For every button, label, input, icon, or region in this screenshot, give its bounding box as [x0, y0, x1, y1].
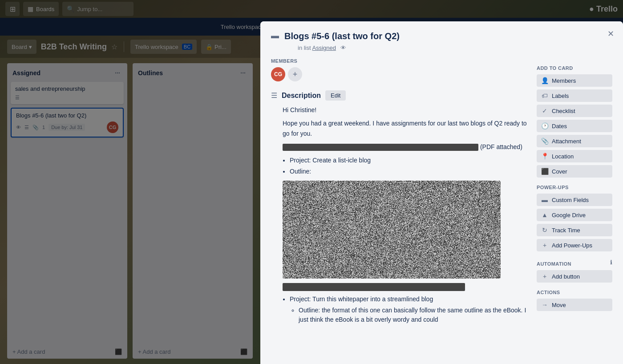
- bullet-text-1: Project: Create a list-icle blog: [290, 157, 371, 164]
- redacted-link: [283, 144, 478, 151]
- cover-sidebar-label: Cover: [552, 168, 567, 175]
- close-icon: ✕: [607, 29, 614, 39]
- add-member-button[interactable]: +: [288, 67, 302, 81]
- location-sidebar-button[interactable]: 📍 Location: [537, 150, 612, 162]
- attachment-sidebar-label: Attachment: [552, 138, 581, 145]
- description-bullets: Project: Create a list-icle blog Outline…: [283, 156, 530, 176]
- track-time-icon: ↻: [541, 226, 548, 234]
- members-sidebar-label: Members: [552, 77, 576, 84]
- modal-card-title: Blogs #5-6 (last two for Q2): [284, 30, 612, 42]
- bullet-text-3: Project: Turn this whitepaper into a str…: [290, 295, 433, 303]
- sub-bullet-list: Outline: the format of this one can basi…: [290, 306, 530, 324]
- bullet-item-1: Project: Create a list-icle blog: [290, 156, 530, 165]
- labels-sidebar-label: Labels: [552, 93, 569, 99]
- modal-header: ▬ Blogs #5-6 (last two for Q2) in list A…: [260, 21, 623, 51]
- automation-label: AUTOMATION: [537, 261, 571, 267]
- bullet-text-2: Outline:: [290, 168, 311, 175]
- checklist-sidebar-icon: ✓: [541, 107, 548, 114]
- pdf-note: (PDF attached): [480, 143, 522, 150]
- sub-bullet-1: Outline: the format of this one can basi…: [299, 306, 530, 324]
- add-power-ups-icon: +: [541, 242, 548, 249]
- google-drive-icon: ▲: [541, 211, 548, 218]
- cover-sidebar-icon: ⬛: [541, 168, 548, 175]
- attachment-sidebar-button[interactable]: 📎 Attachment: [537, 135, 612, 147]
- attachment-sidebar-icon: 📎: [541, 138, 548, 145]
- add-member-icon: +: [293, 70, 298, 79]
- google-drive-button[interactable]: ▲ Google Drive: [537, 209, 612, 221]
- add-to-card-label: ADD TO CARD: [537, 65, 612, 71]
- track-time-button[interactable]: ↻ Track Time: [537, 224, 612, 236]
- desc-greeting: Hi Christine!: [283, 105, 530, 115]
- google-drive-label: Google Drive: [552, 212, 586, 218]
- location-sidebar-icon: 📍: [541, 153, 548, 160]
- dates-sidebar-button[interactable]: 🕐 Dates: [537, 120, 612, 132]
- dates-sidebar-label: Dates: [552, 123, 567, 129]
- move-icon: →: [541, 301, 548, 308]
- cover-sidebar-button[interactable]: ⬛ Cover: [537, 165, 612, 178]
- in-list-label: in list: [298, 44, 311, 51]
- add-power-ups-button[interactable]: + Add Power-Ups: [537, 239, 612, 251]
- custom-fields-label: Custom Fields: [552, 197, 589, 203]
- checklist-sidebar-label: Checklist: [552, 108, 575, 114]
- members-row: CG +: [271, 67, 530, 81]
- redacted-bar-content: [283, 283, 465, 291]
- move-label: Move: [552, 302, 566, 308]
- custom-fields-icon: ▬: [541, 196, 548, 203]
- add-button-icon: +: [541, 273, 548, 280]
- description-bullets-2: Project: Turn this whitepaper into a str…: [283, 295, 530, 324]
- desc-body: Hope you had a great weekend. I have ass…: [283, 118, 530, 138]
- track-time-label: Track Time: [552, 227, 580, 234]
- power-ups-label: POWER-UPS: [537, 185, 612, 190]
- watch-icon-modal: 👁: [340, 44, 346, 51]
- list-name-link[interactable]: Assigned: [312, 44, 336, 51]
- modal-main: MEMBERS CG + ☰ Description Edit Hi Chris…: [271, 58, 530, 353]
- modal-list-info: in list Assigned 👁: [298, 44, 612, 51]
- add-button-label: Add button: [552, 273, 580, 280]
- location-sidebar-label: Location: [552, 153, 574, 160]
- dates-sidebar-icon: 🕐: [541, 122, 548, 129]
- modal-sidebar: ADD TO CARD 👤 Members 🏷 Labels ✓ Checkli…: [537, 58, 612, 353]
- outline-image-block: [283, 181, 501, 279]
- move-button[interactable]: → Move: [537, 299, 612, 311]
- add-button-automation[interactable]: + Add button: [537, 270, 612, 283]
- bullet-item-3: Project: Turn this whitepaper into a str…: [290, 295, 530, 324]
- member-avatar-cg[interactable]: CG: [271, 67, 285, 81]
- description-text: Hi Christine! Hope you had a great weeke…: [283, 105, 530, 152]
- redacted-bar: [283, 283, 530, 291]
- modal-close-button[interactable]: ✕: [603, 27, 618, 41]
- description-header: ☰ Description Edit: [271, 90, 530, 101]
- labels-sidebar-button[interactable]: 🏷 Labels: [537, 89, 612, 102]
- members-sidebar-button[interactable]: 👤 Members: [537, 74, 612, 87]
- card-type-icon: ▬: [271, 31, 279, 40]
- labels-sidebar-icon: 🏷: [541, 92, 548, 99]
- card-modal: ▬ Blogs #5-6 (last two for Q2) in list A…: [260, 21, 623, 364]
- actions-label: ACTIONS: [537, 290, 612, 295]
- automation-info-icon[interactable]: ℹ: [610, 259, 612, 266]
- modal-body: MEMBERS CG + ☰ Description Edit Hi Chris…: [260, 51, 623, 364]
- description-icon-header: ☰: [271, 91, 277, 100]
- automation-header: AUTOMATION ℹ: [537, 254, 612, 270]
- checklist-sidebar-button[interactable]: ✓ Checklist: [537, 105, 612, 117]
- add-power-ups-label: Add Power-Ups: [552, 242, 592, 249]
- desc-redacted-link: (PDF attached): [283, 142, 530, 152]
- members-section-label: MEMBERS: [271, 58, 530, 64]
- custom-fields-button[interactable]: ▬ Custom Fields: [537, 194, 612, 206]
- description-edit-button[interactable]: Edit: [325, 90, 346, 101]
- noise-canvas: [283, 181, 501, 279]
- description-title: Description: [282, 92, 321, 100]
- members-sidebar-icon: 👤: [541, 77, 548, 84]
- bullet-item-2: Outline:: [290, 167, 530, 176]
